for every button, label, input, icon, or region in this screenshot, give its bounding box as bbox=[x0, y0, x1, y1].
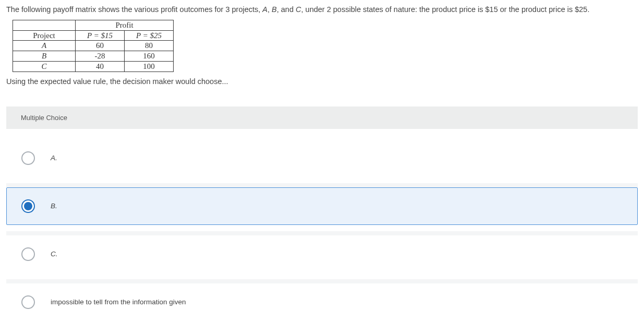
table-row: Project P = $15 P = $25 bbox=[13, 30, 174, 41]
row-name: C bbox=[13, 61, 76, 72]
project-header: Project bbox=[13, 30, 76, 41]
option-label: C. bbox=[51, 250, 58, 258]
q-var-A: A bbox=[262, 5, 268, 14]
option-divider bbox=[6, 231, 638, 235]
options-container: A. B. C. impossible to tell from the inf… bbox=[6, 139, 638, 321]
cell-value: -28 bbox=[76, 51, 125, 62]
q-comma2: , and bbox=[277, 5, 296, 14]
option-label: A. bbox=[51, 154, 57, 162]
col-header-p25: P = $25 bbox=[125, 30, 174, 41]
table-row: Profit bbox=[13, 20, 174, 30]
option-label: impossible to tell from the information … bbox=[51, 298, 186, 306]
q-var-C: C bbox=[296, 5, 301, 14]
table-row: C 40 100 bbox=[13, 61, 174, 72]
option-c[interactable]: C. bbox=[6, 235, 638, 273]
option-b[interactable]: B. bbox=[6, 187, 638, 225]
blank-cell bbox=[13, 20, 76, 30]
radio-icon bbox=[21, 247, 35, 261]
radio-icon bbox=[21, 295, 35, 309]
q-comma1: , bbox=[268, 5, 272, 14]
option-a[interactable]: A. bbox=[6, 139, 638, 177]
table-row: A 60 80 bbox=[13, 41, 174, 51]
table-row: B -28 160 bbox=[13, 51, 174, 62]
cell-value: 100 bbox=[125, 61, 174, 72]
q-var-B: B bbox=[272, 5, 277, 14]
cell-value: 80 bbox=[125, 41, 174, 51]
question-text: The following payoff matrix shows the va… bbox=[6, 4, 638, 16]
row-name: B bbox=[13, 51, 76, 62]
cell-value: 160 bbox=[125, 51, 174, 62]
profit-header: Profit bbox=[76, 20, 174, 30]
option-label: B. bbox=[51, 202, 57, 210]
follow-up-text: Using the expected value rule, the decis… bbox=[6, 77, 638, 86]
cell-value: 40 bbox=[76, 61, 125, 72]
q-part-end: , under 2 possible states of nature: the… bbox=[301, 5, 590, 14]
q-part-1: The following payoff matrix shows the va… bbox=[6, 5, 262, 14]
col-header-p15: P = $15 bbox=[76, 30, 125, 41]
multiple-choice-header: Multiple Choice bbox=[6, 106, 638, 129]
option-divider bbox=[6, 183, 638, 187]
payoff-table: Profit Project P = $15 P = $25 A 60 80 B… bbox=[13, 20, 174, 72]
radio-icon bbox=[21, 151, 35, 165]
row-name: A bbox=[13, 41, 76, 51]
radio-icon bbox=[21, 199, 35, 213]
option-impossible[interactable]: impossible to tell from the information … bbox=[6, 283, 638, 321]
cell-value: 60 bbox=[76, 41, 125, 51]
option-divider bbox=[6, 279, 638, 283]
